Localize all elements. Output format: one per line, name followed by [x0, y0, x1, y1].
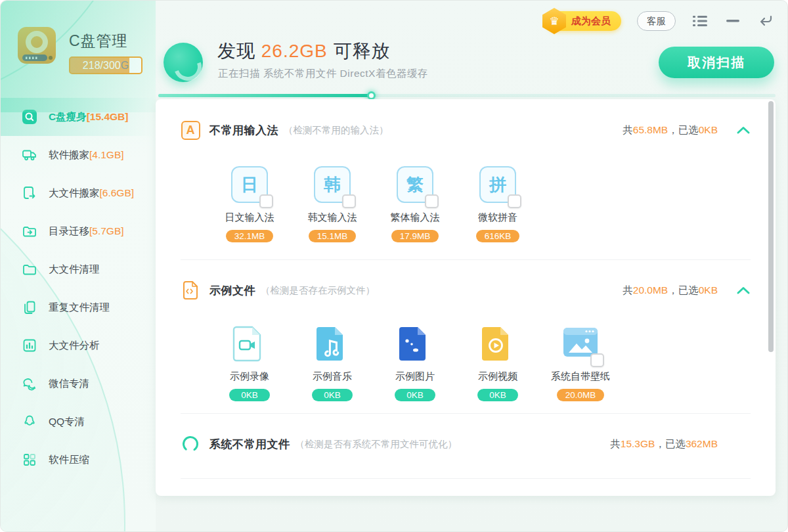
- list-item-sample-music: 示例音乐 0KB: [291, 325, 374, 401]
- list-item-sample-recording: 示例录像 0KB: [208, 325, 291, 401]
- sidebar-item-big-file-analyze[interactable]: 大文件分析: [1, 326, 156, 365]
- item-label: 微软拼音: [478, 211, 517, 224]
- section-subtitle: （检测是否存在示例文件）: [261, 284, 375, 297]
- input-method-icon: A: [181, 120, 200, 140]
- disk-capacity-badge: 218/300G: [69, 56, 142, 74]
- customer-service-button[interactable]: 客服: [637, 11, 676, 31]
- sidebar-item-label: 大文件分析: [49, 339, 100, 353]
- size-badge: 616KB: [476, 230, 520, 242]
- divider: [181, 413, 751, 414]
- scan-title-suffix: 可释放: [328, 41, 391, 61]
- sidebar-item-duplicate-clean[interactable]: 重复文件清理: [1, 288, 156, 326]
- size-badge: 0KB: [312, 389, 353, 401]
- sidebar-item-value: [5.7GB]: [89, 225, 124, 237]
- sidebar-item-big-file-mover[interactable]: 大文件搬家[6.6GB]: [1, 174, 156, 212]
- section-title: 系统不常用文件: [209, 437, 290, 452]
- size-badge: 0KB: [477, 389, 518, 401]
- size-badge: 0KB: [229, 389, 270, 401]
- bar-chart-icon: [22, 338, 37, 353]
- sidebar-item-label: 大文件清理: [49, 263, 100, 277]
- scan-spinner: [164, 43, 203, 82]
- duplicate-icon: [22, 299, 37, 315]
- ime-tile: 拼: [479, 166, 516, 203]
- section-sample-files-header: 示例文件 （检测是否存在示例文件） 共20.0MB，已选0KB: [181, 278, 751, 303]
- list-item-traditional-ime: 繁 繁体输入法 17.9MB: [374, 166, 456, 242]
- sidebar-item-wechat-clean[interactable]: 微信专清: [1, 365, 156, 403]
- sidebar-item-value: [4.1GB]: [89, 149, 124, 161]
- sidebar-item-slim-c-drive[interactable]: C盘瘦身[15.4GB]: [1, 98, 156, 136]
- music-file-icon: [314, 325, 351, 362]
- ime-tile: 繁: [397, 166, 433, 203]
- section-totals: 共20.0MB，已选0KB: [623, 284, 718, 298]
- ime-tile: 韩: [314, 166, 351, 203]
- scrollbar-thumb[interactable]: [768, 101, 774, 352]
- sidebar-item-dir-migration[interactable]: 目录迁移[5.7GB]: [1, 212, 156, 250]
- checkbox[interactable]: [259, 194, 273, 208]
- checkbox[interactable]: [342, 194, 356, 208]
- disk-icon: [15, 24, 58, 66]
- item-label: 系统自带壁纸: [551, 370, 610, 383]
- list-item-korean-ime: 韩 韩文输入法 15.1MB: [291, 166, 374, 242]
- picture-file-icon: [397, 325, 433, 362]
- section-subtitle: （检测不常用的输入法）: [284, 124, 389, 137]
- ime-tile: 日: [231, 166, 268, 203]
- capacity-used: 218/300: [83, 60, 121, 72]
- list-item-sample-video: 示例视频 0KB: [456, 325, 539, 401]
- sidebar-menu: C盘瘦身[15.4GB] 软件搬家[4.1GB] 大文件搬家[6.6GB] 目录…: [1, 98, 156, 479]
- app-logo: C盘管理 218/300G: [15, 24, 142, 74]
- capacity-unit: G: [121, 60, 129, 72]
- folder-icon: [22, 261, 37, 277]
- scan-found-size: 26.2GB: [261, 41, 328, 61]
- truck-icon: [22, 147, 37, 163]
- list-item-system-wallpaper: 系统自带壁纸 20.0MB: [539, 325, 622, 401]
- sidebar-item-label: 软件压缩: [49, 453, 89, 467]
- item-label: 示例音乐: [313, 370, 352, 383]
- qq-icon: [22, 414, 37, 430]
- cancel-scan-button[interactable]: 取消扫描: [659, 47, 774, 78]
- member-label: 成为会员: [571, 15, 611, 28]
- sidebar-item-big-file-clean[interactable]: 大文件清理: [1, 250, 156, 288]
- chevron-up-icon[interactable]: [736, 285, 751, 296]
- sidebar-item-label: 大文件搬家: [49, 187, 100, 200]
- loading-circle-icon: [181, 434, 200, 454]
- divider: [181, 259, 751, 260]
- sidebar-item-app-mover[interactable]: 软件搬家[4.1GB]: [1, 136, 156, 174]
- back-button[interactable]: [757, 12, 774, 30]
- sidebar-item-value: [6.6GB]: [100, 187, 135, 199]
- section-totals: 共15.3GB，已选362MB: [610, 437, 718, 451]
- checkbox[interactable]: [425, 194, 439, 208]
- sidebar-item-label: C盘瘦身: [49, 110, 87, 124]
- item-label: 韩文输入法: [308, 211, 357, 224]
- section-totals: 共65.8MB，已选0KB: [623, 123, 718, 137]
- sidebar-item-value: [15.4GB]: [87, 111, 129, 123]
- section-input-methods-header: A 不常用输入法 （检测不常用的输入法） 共65.8MB，已选0KB: [181, 118, 751, 143]
- folder-arrow-icon: [22, 223, 37, 239]
- size-badge: 32.1MB: [226, 230, 274, 242]
- video-file-icon: [479, 325, 516, 362]
- grid-icon: [22, 452, 37, 468]
- input-method-items: 日 日文输入法 32.1MB 韩 韩文输入法 15.1MB 繁 繁体输入法 17…: [208, 166, 539, 242]
- section-subtitle: （检测是否有系统不常用文件可优化）: [296, 438, 458, 451]
- chevron-up-icon[interactable]: [736, 125, 751, 135]
- sidebar-item-qq-clean[interactable]: QQ专清: [1, 403, 156, 441]
- titlebar: ♛ 成为会员 客服: [546, 11, 774, 31]
- file-arrow-icon: [22, 185, 37, 201]
- sidebar-item-label: 重复文件清理: [49, 301, 110, 315]
- magnifier-icon: [22, 109, 37, 125]
- checkbox[interactable]: [590, 353, 604, 367]
- sidebar-item-label: 微信专清: [49, 377, 89, 391]
- size-badge: 20.0MB: [557, 389, 605, 401]
- become-member-button[interactable]: ♛ 成为会员: [546, 11, 621, 31]
- list-item-japanese-ime: 日 日文输入法 32.1MB: [208, 166, 291, 242]
- sidebar-item-app-compress[interactable]: 软件压缩: [1, 441, 156, 479]
- scan-progress-bar: [158, 94, 776, 97]
- sidebar-item-label: QQ专清: [49, 415, 85, 429]
- minimize-button[interactable]: [724, 12, 741, 30]
- scan-results-card: A 不常用输入法 （检测不常用的输入法） 共65.8MB，已选0KB 日 日文输…: [156, 99, 776, 496]
- checkbox[interactable]: [508, 194, 521, 208]
- app-title: C盘管理: [69, 31, 142, 51]
- size-badge: 15.1MB: [309, 230, 357, 242]
- menu-list-icon[interactable]: [691, 12, 709, 30]
- item-label: 日文输入法: [225, 211, 274, 224]
- app-window: C盘管理 218/300G C盘瘦身[15.4GB] 软件搬家[4.1GB]: [0, 0, 788, 532]
